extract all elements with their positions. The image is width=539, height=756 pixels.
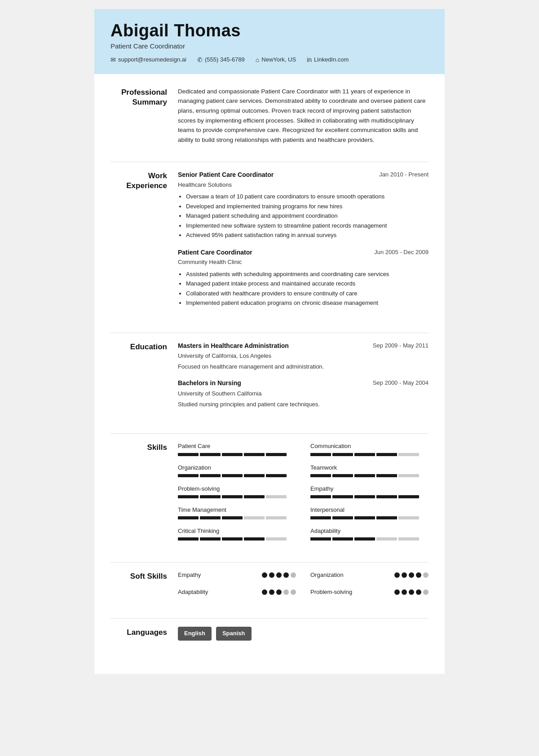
skill-segment [398, 474, 419, 477]
job-entry-1: Senior Patient Care Coordinator Jan 2010… [178, 170, 429, 239]
skill-item: Organization [178, 463, 296, 477]
summary-label: Professional Summary [110, 87, 178, 145]
bullet-item: Oversaw a team of 10 patient care coordi… [186, 192, 429, 201]
skill-segment [332, 537, 353, 541]
job-title-2: Patient Care Coordinator [178, 248, 252, 258]
skill-segment [244, 474, 265, 477]
soft-skill-dots [262, 589, 296, 595]
edu-header-2: Bachelors in Nursing Sep 2000 - May 2004 [178, 378, 429, 388]
skill-segment [178, 537, 199, 541]
bullet-item: Managed patient intake process and maint… [186, 279, 429, 288]
soft-skill-item: Adaptability [178, 588, 296, 597]
skill-name: Teamwork [310, 463, 429, 472]
summary-section: Professional Summary Dedicated and compa… [110, 87, 429, 149]
skills-section: Skills Patient CareCommunicationOrganiza… [110, 442, 429, 549]
location-value: NewYork, US [261, 56, 296, 63]
skill-segment [354, 453, 375, 456]
work-experience-section: Work Experience Senior Patient Care Coor… [110, 170, 429, 320]
skill-name: Problem-solving [178, 484, 296, 493]
soft-skill-dots [262, 572, 296, 578]
location-contact: ⌂ NewYork, US [256, 56, 296, 63]
job-header-1: Senior Patient Care Coordinator Jan 2010… [178, 170, 429, 180]
skill-item: Patient Care [178, 442, 296, 456]
skills-label: Skills [110, 442, 178, 545]
skill-item: Adaptability [310, 527, 429, 541]
skill-name: Critical Thinking [178, 527, 296, 536]
skill-segment [200, 453, 221, 456]
skill-segment [398, 495, 419, 498]
divider-3 [110, 433, 429, 434]
job-company-1: Healthcare Solutions [178, 180, 429, 189]
skill-segment [200, 474, 221, 477]
skill-segment [310, 474, 331, 477]
skill-segment [266, 453, 287, 456]
email-icon: ✉ [110, 56, 116, 63]
skill-bar [178, 453, 296, 456]
skill-segment [398, 537, 419, 541]
skill-segment [332, 453, 353, 456]
soft-skill-dot [409, 572, 414, 578]
divider-4 [110, 562, 429, 563]
skill-segment [376, 495, 397, 498]
skill-segment [398, 516, 419, 519]
skills-grid: Patient CareCommunicationOrganizationTea… [178, 442, 429, 545]
languages-list: EnglishSpanish [178, 627, 429, 640]
soft-skill-dot [409, 589, 414, 595]
language-badge: Spanish [216, 627, 252, 640]
phone-icon: ✆ [197, 56, 203, 63]
skill-segment [178, 516, 199, 519]
skill-segment [222, 495, 243, 498]
divider-2 [110, 333, 429, 333]
skills-content: Patient CareCommunicationOrganizationTea… [178, 442, 429, 545]
skill-bar [310, 453, 429, 456]
location-icon: ⌂ [256, 56, 259, 63]
bullet-item: Achieved 95% patient satisfaction rating… [186, 231, 429, 240]
bullet-item: Implemented patient education programs o… [186, 299, 429, 308]
skill-segment [266, 474, 287, 477]
linkedin-contact: in LinkedIn.com [307, 56, 349, 63]
skill-item: Teamwork [310, 463, 429, 477]
skill-bar [310, 516, 429, 519]
soft-skill-dot [269, 572, 274, 578]
soft-skill-dot [269, 589, 274, 595]
soft-skill-item: Problem-solving [310, 588, 429, 597]
skill-segment [200, 495, 221, 498]
soft-skills-label: Soft Skills [110, 571, 178, 601]
skill-segment [222, 537, 243, 541]
soft-skill-dot [416, 589, 421, 595]
work-experience-label: Work Experience [110, 170, 178, 315]
soft-skill-dot [283, 589, 289, 595]
skill-segment [178, 453, 199, 456]
skill-segment [376, 516, 397, 519]
skill-item: Problem-solving [178, 484, 296, 498]
skill-name: Patient Care [178, 442, 296, 451]
skill-segment [354, 537, 375, 541]
summary-text: Dedicated and compassionate Patient Care… [178, 87, 429, 145]
job-date-2: Jun 2005 - Dec 2009 [374, 248, 429, 257]
skill-segment [200, 537, 221, 541]
soft-skill-item: Empathy [178, 571, 296, 580]
language-badge: English [178, 627, 212, 640]
bullet-item: Developed and implemented training progr… [186, 202, 429, 211]
skill-name: Adaptability [310, 527, 429, 536]
edu-date-2: Sep 2000 - May 2004 [373, 378, 429, 387]
soft-skill-dot [423, 572, 429, 578]
skill-name: Time Management [178, 505, 296, 514]
soft-skill-dot [262, 589, 267, 595]
soft-skill-name: Problem-solving [310, 588, 352, 597]
skill-item: Empathy [310, 484, 429, 498]
linkedin-icon: in [307, 56, 312, 63]
skill-segment [266, 495, 287, 498]
skill-segment [354, 474, 375, 477]
linkedin-value: LinkedIn.com [314, 56, 349, 63]
soft-skills-section: Soft Skills EmpathyOrganizationAdaptabil… [110, 571, 429, 606]
skill-segment [222, 516, 243, 519]
header-section: Abigail Thomas Patient Care Coordinator … [94, 9, 445, 74]
summary-content: Dedicated and compassionate Patient Care… [178, 87, 429, 145]
phone-value: (555) 345-6789 [205, 56, 245, 63]
edu-entry-2: Bachelors in Nursing Sep 2000 - May 2004… [178, 378, 429, 409]
skill-segment [310, 495, 331, 498]
soft-skill-dot [402, 589, 407, 595]
soft-skills-content: EmpathyOrganizationAdaptabilityProblem-s… [178, 571, 429, 601]
skill-bar [178, 516, 296, 519]
